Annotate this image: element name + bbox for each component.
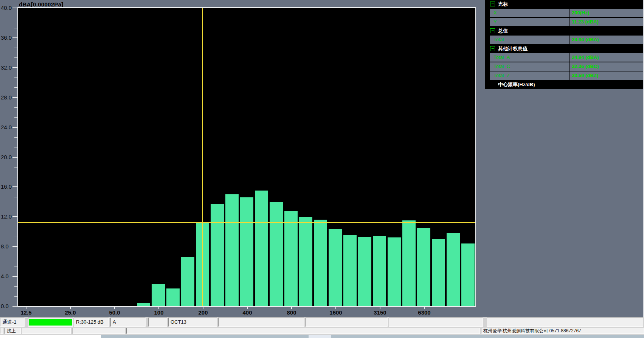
y-axis-label: 40.0 — [1, 5, 17, 11]
bottom-strip — [101, 335, 309, 338]
result-value: 33.59 (dBZ) — [569, 71, 643, 80]
results-table: −光标X200(Hz)Y11.23 (dBA)−总值Total24.94 (dB… — [485, 0, 643, 89]
y-axis-label: 20.0 — [1, 154, 17, 160]
spectrum-bar-6300[interactable] — [417, 228, 430, 306]
result-label: X — [490, 10, 497, 16]
spectrum-bar-12500[interactable] — [461, 243, 475, 306]
x-tick-800 — [291, 307, 292, 309]
spectrum-bar-1250[interactable] — [314, 220, 327, 306]
status-cell — [487, 318, 643, 327]
result-label: Total_C — [490, 64, 510, 69]
y-minor-tick — [14, 48, 17, 48]
chart-title: dBA[0.00002Pa] — [19, 1, 64, 8]
spectrum-bar-10000[interactable] — [447, 233, 460, 306]
x-axis-label-100: 100 — [143, 309, 175, 316]
y-axis-label: 24.0 — [1, 124, 17, 130]
x-axis-label-6300: 6300 — [408, 309, 440, 316]
y-axis-label: 16.0 — [1, 183, 17, 190]
x-axis-label-800: 800 — [276, 309, 307, 316]
section-header-其他计权总值[interactable]: −其他计权总值 — [485, 45, 643, 53]
connection-cell: 接上 — [5, 328, 21, 334]
spectrum-analyzer-window: dBA[0.00002Pa] 40.036.032.028.024.020.01… — [0, 0, 644, 338]
bottom-strip — [0, 335, 101, 338]
result-row-Total_A: Total_A24.94 (dBA) — [490, 53, 643, 62]
y-axis-label: 12.0 — [1, 213, 17, 220]
y-minor-tick — [14, 267, 17, 267]
spectrum-bar-5000[interactable] — [402, 220, 416, 306]
x-tick-400 — [247, 307, 248, 309]
spectrum-bar-100[interactable] — [152, 284, 165, 306]
x-axis-label-50.0: 50.0 — [99, 309, 130, 316]
y-minor-tick — [14, 137, 17, 138]
collapse-icon[interactable]: − — [490, 28, 495, 33]
spectrum-bar-630[interactable] — [270, 202, 283, 306]
aux-cell — [148, 318, 167, 327]
spectrum-bar-400[interactable] — [240, 197, 253, 306]
status-cell — [389, 318, 483, 327]
x-axis-label-400: 400 — [231, 309, 263, 316]
y-minor-tick — [14, 117, 17, 118]
spectrum-bar-160[interactable] — [181, 257, 194, 306]
y-minor-tick — [14, 57, 17, 58]
spectrum-bar-315[interactable] — [225, 194, 239, 306]
x-tick-12.5 — [26, 307, 26, 309]
collapse-icon[interactable]: − — [490, 2, 495, 6]
y-minor-tick — [14, 257, 17, 257]
mode-cell: OCT13 — [168, 318, 217, 327]
x-axis-label-12.5: 12.5 — [10, 309, 42, 316]
x-tick-1600 — [335, 307, 336, 309]
y-minor-tick — [14, 296, 17, 297]
result-value: 200(Hz) — [569, 9, 643, 17]
result-label: Total — [490, 37, 504, 42]
y-minor-tick — [14, 147, 17, 147]
spectrum-bar-125[interactable] — [166, 288, 180, 306]
x-axis-label-200: 200 — [187, 309, 219, 316]
y-minor-tick — [14, 18, 17, 18]
y-axis-label: 32.0 — [1, 64, 17, 71]
collapse-icon[interactable]: − — [490, 46, 495, 51]
result-row-Total_Z: Total_Z33.59 (dBZ) — [490, 71, 643, 80]
spectrum-bar-3150[interactable] — [373, 236, 386, 306]
spectrum-bar-1000[interactable] — [299, 217, 312, 306]
results-panel: −光标X200(Hz)Y11.23 (dBA)−总值Total24.94 (dB… — [485, 0, 643, 89]
y-minor-tick — [14, 197, 17, 197]
spectrum-bar-250[interactable] — [211, 204, 224, 306]
spectrum-bar-2500[interactable] — [358, 237, 371, 306]
y-axis-label: 0.0 — [1, 303, 17, 309]
spectrum-bar-80[interactable] — [137, 303, 150, 306]
y-minor-tick — [14, 207, 17, 207]
y-minor-tick — [14, 227, 17, 227]
level-indicator-fill — [29, 319, 72, 326]
status-cell — [306, 318, 388, 327]
section-header-光标[interactable]: −光标 — [485, 0, 643, 8]
section-header-中心频率(Hz/dB)[interactable]: 中心频率(Hz/dB) — [485, 81, 643, 88]
x-tick-25.0 — [70, 307, 71, 309]
spectrum-bar-4000[interactable] — [388, 237, 401, 306]
section-header-总值[interactable]: −总值 — [485, 27, 643, 35]
status-bar: 通道-1R:30-125 dBAOCT13接上杭州爱华 杭州爱测科技有限公司 0… — [0, 317, 644, 335]
status-cell — [73, 328, 125, 334]
y-minor-tick — [14, 177, 17, 177]
result-value: 32.36 (dBC) — [569, 62, 643, 71]
y-minor-tick — [14, 167, 17, 167]
bottom-strip — [331, 335, 644, 338]
spectrum-bar-2000[interactable] — [343, 235, 357, 306]
spectrum-bar-500[interactable] — [255, 191, 268, 306]
result-label: Total_Z — [490, 73, 510, 78]
spectrum-bar-800[interactable] — [284, 211, 298, 306]
bottom-strip — [309, 335, 331, 338]
status-cell — [22, 328, 71, 334]
x-axis-label-25.0: 25.0 — [54, 309, 86, 316]
y-minor-tick — [14, 237, 17, 237]
status-cell — [218, 318, 304, 327]
spectrum-bar-1600[interactable] — [329, 229, 342, 306]
x-tick-200 — [203, 307, 203, 309]
range-cell: R:30-125 dB — [74, 318, 109, 327]
spectrum-bar-8000[interactable] — [432, 239, 445, 306]
weighting-cell: A — [110, 318, 146, 327]
spectrum-plot[interactable] — [17, 7, 476, 307]
cursor-horizontal-line — [18, 222, 475, 223]
y-minor-tick — [14, 87, 17, 88]
x-axis-label-1600: 1600 — [320, 309, 352, 316]
result-label: Total_A — [490, 54, 510, 60]
